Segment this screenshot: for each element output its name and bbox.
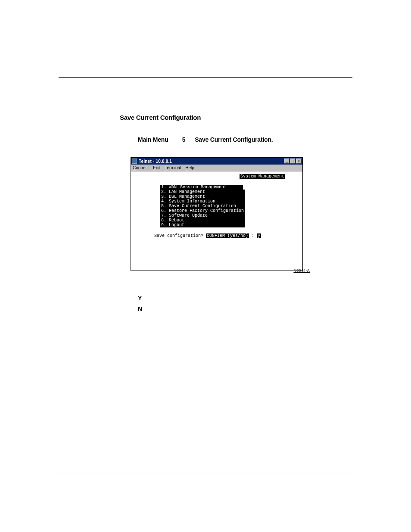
section-heading: Save Current Configuration	[120, 114, 201, 121]
terminal-area: ........................................…	[131, 171, 302, 271]
response-keys: Y N	[138, 293, 345, 314]
figure-id: N0044-A	[293, 268, 310, 273]
key-no: N	[138, 305, 142, 312]
telnet-figure: Telnet - 10.0.0.1 _ □ × Connect Edit Ter…	[131, 157, 304, 271]
telnet-window: Telnet - 10.0.0.1 _ □ × Connect Edit Ter…	[131, 157, 303, 271]
minimize-button[interactable]: _	[284, 159, 290, 164]
menu-terminal[interactable]: Terminal	[165, 165, 181, 170]
app-icon	[132, 159, 137, 164]
close-button[interactable]: ×	[296, 159, 302, 164]
top-horizontal-rule	[59, 77, 352, 78]
key-yes: Y	[138, 295, 142, 302]
window-title: Telnet - 10.0.0.1	[139, 159, 172, 164]
terminal-prompt: Save configuration? CONFIRM (yes/no) : y	[154, 233, 302, 238]
menu-help[interactable]: Help	[185, 165, 194, 170]
menubar: Connect Edit Terminal Help	[131, 165, 302, 171]
menu-connect[interactable]: Connect	[133, 165, 149, 170]
terminal-header: System Management	[240, 174, 285, 179]
window-buttons: _ □ ×	[284, 159, 302, 164]
menu-path-main: Main Menu	[138, 136, 168, 143]
menu-path-label: Save Current Configuration.	[195, 136, 273, 143]
maximize-button[interactable]: □	[290, 159, 296, 164]
menu-path-number: 5	[182, 136, 186, 143]
bottom-horizontal-rule	[59, 475, 352, 475]
window-titlebar: Telnet - 10.0.0.1 _ □ ×	[131, 158, 302, 165]
terminal-input-cursor[interactable]: y	[257, 233, 261, 238]
menu-path-line: Main Menu 5 Save Current Configuration.	[138, 136, 273, 143]
menu-edit[interactable]: Edit	[153, 165, 160, 170]
